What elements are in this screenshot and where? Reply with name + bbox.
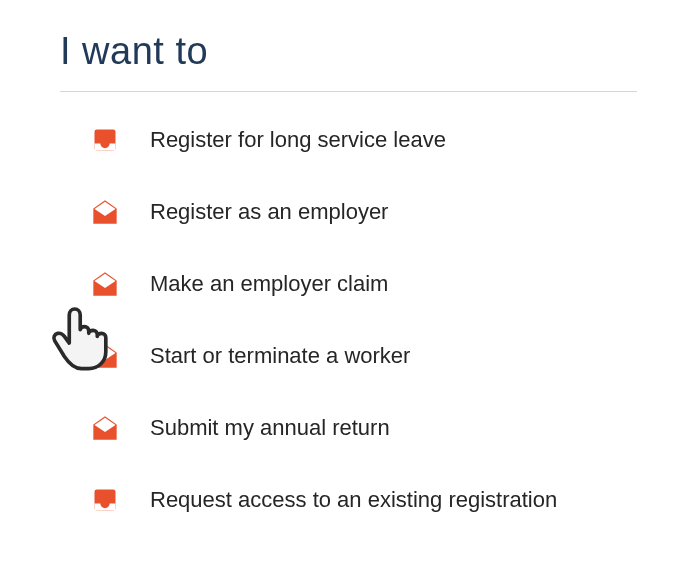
action-label: Register for long service leave: [150, 127, 446, 153]
action-label: Make an employer claim: [150, 271, 388, 297]
mail-open-icon: [60, 270, 150, 298]
action-label: Submit my annual return: [150, 415, 390, 441]
divider: [60, 91, 637, 92]
action-start-terminate-worker[interactable]: Start or terminate a worker: [60, 342, 637, 370]
action-label: Request access to an existing registrati…: [150, 487, 557, 513]
section-heading: I want to: [60, 30, 637, 73]
action-label: Register as an employer: [150, 199, 388, 225]
action-register-long-service-leave[interactable]: Register for long service leave: [60, 126, 637, 154]
mail-open-icon: [60, 414, 150, 442]
mail-open-icon: [60, 342, 150, 370]
action-request-access-registration[interactable]: Request access to an existing registrati…: [60, 486, 637, 514]
action-submit-annual-return[interactable]: Submit my annual return: [60, 414, 637, 442]
inbox-icon: [60, 126, 150, 154]
action-list: Register for long service leave Register…: [60, 126, 637, 514]
mail-open-icon: [60, 198, 150, 226]
inbox-icon: [60, 486, 150, 514]
action-register-employer[interactable]: Register as an employer: [60, 198, 637, 226]
action-make-employer-claim[interactable]: Make an employer claim: [60, 270, 637, 298]
action-label: Start or terminate a worker: [150, 343, 410, 369]
